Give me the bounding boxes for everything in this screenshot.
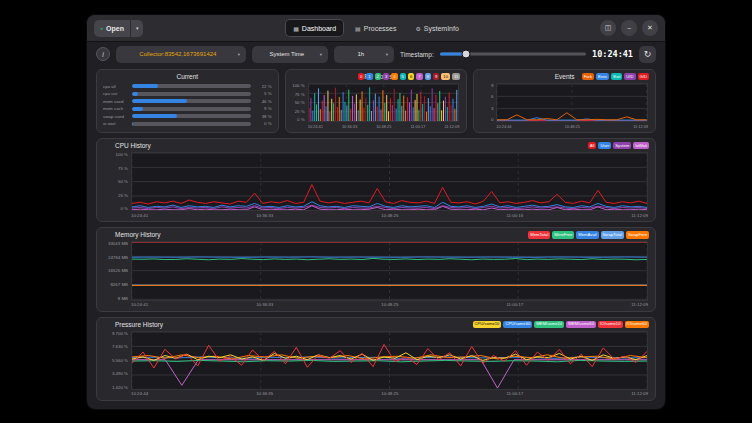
legend-chip-mem-some60[interactable]: MEM/some60 <box>566 321 596 328</box>
series-fork <box>497 113 647 120</box>
range-dropdown[interactable]: 1h ▾ <box>334 46 394 63</box>
legend-chip-1[interactable]: 1 <box>366 73 372 80</box>
memory-history-chart-main: 33043 MB24784 MB16526 MB8267 MB8 MB <box>101 241 648 300</box>
legend-chip-gid[interactable]: GID <box>638 73 649 80</box>
panel-cpu-history: CPU History AllUserSystemIoWait 100 %75 … <box>96 138 656 222</box>
legend-chip-user[interactable]: User <box>598 142 611 149</box>
legend-chip-9[interactable]: 9 <box>433 73 439 80</box>
legend-chip-0[interactable]: 0 <box>358 73 364 80</box>
processes-icon: ▤ <box>355 25 361 32</box>
axis-label: 100 % <box>292 83 304 88</box>
app-window: ● Open ▾ ▦ Dashboard ▤ Processes ⚙ Syst <box>86 14 666 410</box>
current-metric-row: io wait0 % <box>103 121 272 126</box>
legend-chip-5[interactable]: 5 <box>400 73 406 80</box>
metric-value: 38 % <box>254 114 272 119</box>
legend-chip-fork[interactable]: Fork <box>582 73 594 80</box>
legend-chip-iowait[interactable]: IoWait <box>633 142 649 149</box>
panel-events: Events ForkExecExitUIDGID 9630 10:24:441… <box>473 69 656 133</box>
legend-chip-cpu-some60[interactable]: CPU/some60 <box>503 321 532 328</box>
metric-bar-fill <box>132 92 138 96</box>
axis-label: 9.700 % <box>112 331 128 336</box>
panel-cpu-history-title: CPU History <box>97 139 655 150</box>
collector-dropdown[interactable]: Collector:83542,1673691424 ▾ <box>116 46 246 63</box>
metric-value: 22 % <box>254 84 272 89</box>
info-button[interactable]: i <box>96 47 110 61</box>
refresh-icon: ↻ <box>644 49 652 59</box>
chart-svg <box>132 153 647 210</box>
axis-label: 3.490 % <box>112 371 128 376</box>
axis-label: 10:36:33 <box>342 124 357 129</box>
panel-toggle-button[interactable]: ◫ <box>600 20 616 36</box>
legend-chip-exec[interactable]: Exec <box>596 73 609 80</box>
close-button[interactable]: ✕ <box>642 20 658 36</box>
legend-chip-memfree[interactable]: MemFree <box>552 231 574 238</box>
timestamp-slider-thumb[interactable] <box>462 50 471 59</box>
chart-svg <box>309 84 459 121</box>
metric-value: 9 % <box>254 106 272 111</box>
legend-chip-11[interactable]: 11 <box>452 73 460 80</box>
chevron-down-icon: ▾ <box>238 52 240 57</box>
legend-chip-memtotal[interactable]: MemTotal <box>528 231 550 238</box>
chart-canvas <box>131 152 648 211</box>
legend-chip-8[interactable]: 8 <box>425 73 431 80</box>
current-metric-row: cpu usr5 % <box>103 91 272 96</box>
headerbar: ● Open ▾ ▦ Dashboard ▤ Processes ⚙ Syst <box>87 15 665 42</box>
time-mode-dropdown[interactable]: System Time ▾ <box>252 46 328 63</box>
open-button[interactable]: ● Open <box>94 20 130 37</box>
legend-chip-swapfree[interactable]: SwapFree <box>626 231 649 238</box>
metric-bar-fill <box>132 107 143 111</box>
chart-canvas <box>131 241 648 300</box>
legend-chip-6[interactable]: 6 <box>408 73 414 80</box>
view-switcher: ▦ Dashboard ▤ Processes ⚙ SystemInfo <box>285 19 467 37</box>
legend-chip-io-some10[interactable]: IO/some10 <box>598 321 622 328</box>
legend-chip-system[interactable]: System <box>613 142 631 149</box>
y-axis-labels: 33043 MB24784 MB16526 MB8267 MB8 MB <box>101 241 131 300</box>
tab-processes[interactable]: ▤ Processes <box>347 19 404 37</box>
tab-dashboard[interactable]: ▦ Dashboard <box>285 19 344 37</box>
axis-label: 50 % <box>118 179 128 184</box>
axis-label: 10:48:25 <box>381 391 398 396</box>
legend-chip-cpu-some10[interactable]: CPU/some10 <box>473 321 502 328</box>
cpu-cores-chart: 100 %75 %50 %25 %0 % 10:24:4110:36:3310:… <box>286 81 467 132</box>
legend-chip-3[interactable]: 3 <box>383 73 389 80</box>
legend-chip-uid[interactable]: UID <box>624 73 635 80</box>
x-axis-labels: 10:24:4110:36:3310:48:2511:00:1711:12:09 <box>101 301 648 309</box>
chart-svg <box>132 332 647 389</box>
legend-chip-4[interactable]: 4 <box>391 73 397 80</box>
x-axis-labels: 10:24:4110:36:3310:48:2511:00:1711:12:09 <box>290 122 460 130</box>
axis-label: 11:12:09 <box>633 124 648 129</box>
axis-label: 7.630 % <box>112 344 128 349</box>
tab-processes-label: Processes <box>364 25 397 32</box>
legend-chip-swaptotal[interactable]: SwapTotal <box>601 231 624 238</box>
legend-chip-memavail[interactable]: MemAvail <box>576 231 598 238</box>
tab-systeminfo[interactable]: ⚙ SystemInfo <box>407 19 466 37</box>
axis-label: 50 % <box>295 100 305 105</box>
axis-label: 9 <box>491 83 493 88</box>
legend-chip-io-some60[interactable]: IO/some60 <box>625 321 649 328</box>
axis-label: 10:24:41 <box>308 124 323 129</box>
metric-bar-fill <box>132 122 133 126</box>
axis-label: 10:48:25 <box>381 302 398 307</box>
axis-label: 6 <box>491 94 493 99</box>
axis-label: 8267 MB <box>110 282 128 287</box>
legend-chip-exit[interactable]: Exit <box>611 73 622 80</box>
axis-label: 24784 MB <box>108 255 128 260</box>
legend-chip-2[interactable]: 2 <box>375 73 381 80</box>
tab-systeminfo-label: SystemInfo <box>424 25 459 32</box>
legend-chip-10[interactable]: 10 <box>441 73 450 80</box>
legend-chip-7[interactable]: 7 <box>416 73 422 80</box>
legend-chip-mem-some10[interactable]: MEM/some10 <box>534 321 564 328</box>
metric-label: io wait <box>103 121 129 126</box>
minimize-button[interactable]: − <box>621 20 637 36</box>
open-menu-button[interactable]: ▾ <box>130 20 144 37</box>
axis-label: 11:00:17 <box>506 302 523 307</box>
timestamp-slider[interactable] <box>440 46 586 62</box>
cpu-cores-legend: 01234567891011 <box>358 73 460 80</box>
refresh-button[interactable]: ↻ <box>639 46 656 63</box>
axis-label: 75 % <box>295 92 305 97</box>
axis-label: 3 <box>491 106 493 111</box>
axis-label: 10:36:35 <box>256 391 273 396</box>
legend-chip-all[interactable]: All <box>588 142 597 149</box>
pressure-history-chart-main: 9.700 %7.630 %5.560 %3.490 %1.420 % <box>101 331 648 390</box>
axis-label: 10:24:44 <box>131 391 148 396</box>
